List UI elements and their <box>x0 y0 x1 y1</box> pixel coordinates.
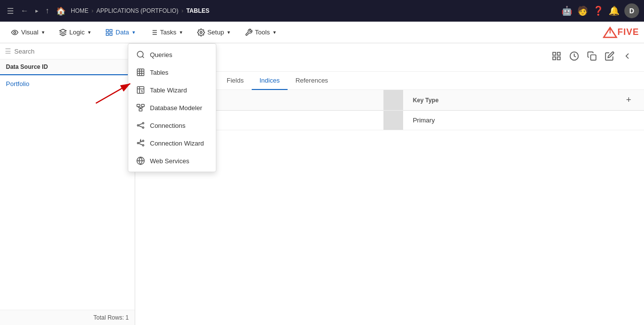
bell-icon[interactable]: 🔔 <box>609 5 619 16</box>
col-header-key-type: Key Type <box>403 90 612 111</box>
dropdown-connections-label: Connections <box>150 122 185 129</box>
connection-wizard-icon <box>136 139 145 148</box>
eye-icon <box>11 29 19 36</box>
avatar[interactable]: D <box>624 3 639 18</box>
dropdown-connections[interactable]: Connections <box>128 117 216 134</box>
svg-rect-24 <box>137 104 140 107</box>
breadcrumb: 🏠 HOME › APPLICATIONS (PORTFOLIO) › TABL… <box>54 4 209 18</box>
dropdown-queries[interactable]: Queries <box>128 46 216 63</box>
left-panel: ☰ Data Source ID Portfolio Total Rows: 1 <box>0 43 135 325</box>
breadcrumb-tables[interactable]: TABLES <box>186 7 209 14</box>
filter-icon[interactable]: ☰ <box>5 47 11 55</box>
up-icon[interactable]: ↑ <box>43 4 51 17</box>
svg-line-40 <box>139 144 143 145</box>
nav-setup-label: Setup <box>207 29 224 36</box>
web-services-icon <box>136 156 145 165</box>
dropdown-connection-wizard-label: Connection Wizard <box>150 140 204 147</box>
nav-tasks-arrow: ▼ <box>179 30 183 35</box>
svg-rect-16 <box>137 69 144 76</box>
add-index-button[interactable]: + <box>621 95 636 105</box>
svg-rect-46 <box>557 53 560 56</box>
dropdown-web-services-label: Web Services <box>150 157 189 165</box>
svg-point-37 <box>143 140 144 142</box>
list-item-portfolio[interactable]: Portfolio <box>0 75 135 92</box>
dropdown-connection-wizard[interactable]: Connection Wizard <box>128 134 216 152</box>
dropdown-database-modeler[interactable]: Database Modeler <box>128 99 216 117</box>
queries-icon <box>136 50 145 59</box>
nav-logic[interactable]: Logic ▼ <box>53 26 97 39</box>
edit-icon[interactable] <box>603 49 616 65</box>
connections-icon <box>136 121 145 130</box>
dropdown-table-wizard[interactable]: Table Wizard <box>128 81 216 99</box>
copy-icon[interactable] <box>585 49 599 65</box>
data-icon <box>105 29 113 36</box>
svg-point-38 <box>143 145 144 146</box>
svg-point-0 <box>14 31 16 33</box>
svg-rect-45 <box>553 53 556 56</box>
breadcrumb-sep-2: › <box>181 7 183 14</box>
dropdown-database-modeler-label: Database Modeler <box>150 104 202 112</box>
row-action-cell <box>611 111 644 130</box>
search-input[interactable] <box>14 48 130 55</box>
breadcrumb-sep-1: › <box>91 7 93 14</box>
nav-tools[interactable]: Tools ▼ <box>239 26 283 39</box>
user-icon[interactable]: 🧑 <box>577 5 588 16</box>
tab-fields[interactable]: Fields <box>219 72 252 90</box>
col-divider <box>383 90 403 111</box>
svg-rect-1 <box>106 30 109 32</box>
history-icon[interactable] <box>567 49 581 65</box>
svg-point-11 <box>200 31 202 33</box>
nav-visual[interactable]: Visual ▼ <box>5 26 51 39</box>
search-bar: ☰ <box>0 43 135 59</box>
help-icon[interactable]: ❓ <box>593 5 604 16</box>
robot-icon[interactable]: 🤖 <box>561 5 572 16</box>
svg-line-15 <box>142 56 144 58</box>
nav-setup-arrow: ▼ <box>227 30 231 35</box>
svg-rect-26 <box>139 109 142 111</box>
tab-indices[interactable]: Indices <box>252 72 288 90</box>
breadcrumb-applications[interactable]: APPLICATIONS (PORTFOLIO) <box>96 7 178 14</box>
back-icon[interactable]: ← <box>19 4 30 17</box>
dropdown-tables[interactable]: Tables <box>128 63 216 81</box>
five-logo-text: FIVE <box>617 27 639 37</box>
dropdown-web-services[interactable]: Web Services <box>128 152 216 170</box>
data-source-col-header: Data Source ID <box>0 59 135 75</box>
svg-line-34 <box>139 123 143 125</box>
key-type-cell: Primary <box>403 111 612 130</box>
left-panel-footer: Total Rows: 1 <box>0 310 135 325</box>
logic-icon <box>59 29 67 36</box>
svg-rect-4 <box>110 33 112 35</box>
back-nav-icon[interactable] <box>620 49 634 65</box>
five-logo-icon <box>603 27 617 38</box>
svg-rect-50 <box>591 55 596 60</box>
top-bar: ☰ ← ▸ ↑ 🏠 HOME › APPLICATIONS (PORTFOLIO… <box>0 0 644 22</box>
svg-point-33 <box>143 127 144 128</box>
tables-icon <box>136 68 145 77</box>
tab-references[interactable]: References <box>288 72 336 90</box>
svg-rect-47 <box>553 57 556 60</box>
tools-icon <box>245 29 253 36</box>
grid-view-icon[interactable] <box>550 49 563 65</box>
nav-tasks[interactable]: Tasks ▼ <box>144 26 189 39</box>
nav-logic-label: Logic <box>69 29 85 36</box>
menu-icon[interactable]: ☰ <box>5 4 16 18</box>
svg-point-14 <box>137 51 143 57</box>
nav-visual-label: Visual <box>21 29 38 36</box>
dropdown-tables-label: Tables <box>150 69 169 76</box>
top-bar-right: 🤖 🧑 ❓ 🔔 D <box>561 3 639 18</box>
nav-data-arrow: ▼ <box>132 30 136 35</box>
nav-setup[interactable]: Setup ▼ <box>191 26 237 39</box>
home-icon: 🏠 <box>54 4 68 18</box>
dropdown-table-wizard-label: Table Wizard <box>150 87 187 94</box>
nav-logic-arrow: ▼ <box>87 30 91 35</box>
right-panel-actions <box>550 49 634 65</box>
svg-rect-2 <box>110 30 112 32</box>
dropdown-queries-label: Queries <box>150 51 173 59</box>
svg-rect-25 <box>142 104 145 107</box>
forward-icon[interactable]: ▸ <box>33 5 40 16</box>
tasks-icon <box>150 29 158 36</box>
svg-rect-21 <box>137 87 144 93</box>
nav-data[interactable]: Data ▼ <box>99 26 142 39</box>
nav-bar: Visual ▼ Logic ▼ Data ▼ Tasks ▼ Setup ▼ … <box>0 22 644 43</box>
breadcrumb-home[interactable]: HOME <box>71 7 88 14</box>
